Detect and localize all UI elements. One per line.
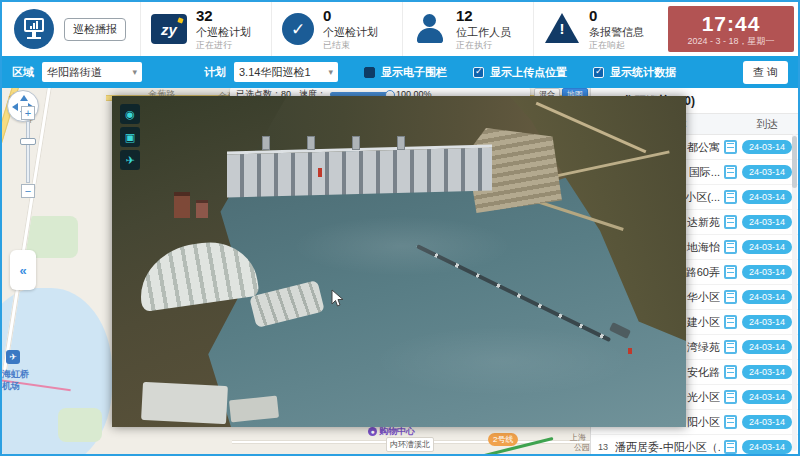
panel-collapse-tab[interactable]: « xyxy=(10,250,36,290)
checkbox-statistics-label: 显示统计数据 xyxy=(610,65,676,80)
arrive-date-badge: 24-03-14 xyxy=(742,165,792,179)
detail-doc-icon[interactable] xyxy=(724,140,737,154)
region-select[interactable]: 华阳路街道 ▾ xyxy=(42,62,142,82)
arrive-date-badge: 24-03-14 xyxy=(742,215,792,229)
pagoda xyxy=(174,192,190,218)
detail-doc-icon[interactable] xyxy=(724,290,737,304)
stat-value: 0 xyxy=(323,7,378,26)
camera-icon[interactable]: ◉ xyxy=(120,104,140,124)
clock-time: 17:44 xyxy=(702,12,761,36)
water-highlight xyxy=(372,326,632,396)
water-highlight xyxy=(292,216,512,276)
stat-status: 正在执行 xyxy=(456,40,511,51)
stat-label: 位工作人员 xyxy=(456,26,511,40)
monitor-icon xyxy=(24,18,44,32)
region-select-value: 华阳路街道 xyxy=(47,65,102,80)
pagoda xyxy=(196,200,208,218)
search-button[interactable]: 查 询 xyxy=(743,61,788,84)
frame-capture-icon[interactable]: ▣ xyxy=(120,127,140,147)
plan-select[interactable]: 3.14华阳巡检1 ▾ xyxy=(234,62,338,82)
detail-doc-icon[interactable] xyxy=(724,415,737,429)
arrive-date-badge: 24-03-14 xyxy=(742,440,792,454)
dam-tower xyxy=(397,136,405,150)
arrive-date-badge: 24-03-14 xyxy=(742,315,792,329)
checkbox-fence[interactable] xyxy=(364,67,375,78)
top-header: 巡检播报 zy 32 个巡检计划 正在进行 ✓ 0 个巡检计划 已结束 12 位… xyxy=(2,2,798,56)
pan-left-icon[interactable] xyxy=(12,103,18,111)
chevron-down-icon: ▾ xyxy=(132,67,137,77)
zoom-slider-track[interactable] xyxy=(26,121,30,183)
warning-triangle-icon xyxy=(544,13,580,45)
stat-plans-running: zy 32 个巡检计划 正在进行 xyxy=(140,2,271,56)
arrive-date-badge: 24-03-14 xyxy=(742,390,792,404)
plan-label: 计划 xyxy=(204,65,226,80)
panel-scrollbar[interactable] xyxy=(792,134,797,451)
building xyxy=(249,280,325,328)
chevron-down-icon: ▾ xyxy=(328,67,333,77)
detail-doc-icon[interactable] xyxy=(724,390,737,404)
zoom-slider-handle[interactable] xyxy=(20,138,36,145)
region-label: 区域 xyxy=(12,65,34,80)
3d-dam-viewer[interactable]: ◉ ▣ ✈ xyxy=(112,96,686,427)
site-name: 潘西居委-中阳小区（... xyxy=(615,440,720,455)
detail-doc-icon[interactable] xyxy=(724,165,737,179)
stat-status: 正在进行 xyxy=(196,40,251,51)
dam-spillway xyxy=(227,145,492,198)
clock-date: 2024 - 3 - 18，星期一 xyxy=(687,36,774,46)
main-area: 金葡路 金葡路 博安公路 ● 购物中心 内环漕溪北 2号线 上海 公园 ✈ 海虹… xyxy=(2,88,798,454)
stat-plans-finished: ✓ 0 个巡检计划 已结束 xyxy=(271,2,402,56)
detail-doc-icon[interactable] xyxy=(724,365,737,379)
zoom-out-button[interactable]: − xyxy=(21,184,35,198)
poi-label: 公园 xyxy=(574,442,590,453)
dam-tower xyxy=(307,136,315,150)
detail-doc-icon[interactable] xyxy=(724,440,737,454)
stat-workers: 12 位工作人员 正在执行 xyxy=(402,2,533,56)
zoom-in-button[interactable]: + xyxy=(21,106,35,120)
stat-status: 正在响起 xyxy=(589,40,644,51)
building-roof xyxy=(229,396,279,423)
column-arrive: 到达 xyxy=(736,117,798,132)
detail-doc-icon[interactable] xyxy=(724,215,737,229)
detail-doc-icon[interactable] xyxy=(724,315,737,329)
map-park-patch xyxy=(58,408,102,442)
checkbox-fence-label: 显示电子围栏 xyxy=(381,65,447,80)
arrive-date-badge: 24-03-14 xyxy=(742,340,792,354)
airport-icon: ✈ xyxy=(6,350,20,364)
detail-doc-icon[interactable] xyxy=(724,340,737,354)
arrive-date-badge: 24-03-14 xyxy=(742,290,792,304)
arrive-date-badge: 24-03-14 xyxy=(742,240,792,254)
stat-value: 0 xyxy=(589,7,644,26)
brand-block: 巡检播报 xyxy=(2,9,140,49)
app-logo-icon xyxy=(14,9,54,49)
arrive-date-badge: 24-03-14 xyxy=(742,265,792,279)
detail-doc-icon[interactable] xyxy=(724,265,737,279)
stat-label: 条报警信息 xyxy=(589,26,644,40)
arrive-date-badge: 24-03-14 xyxy=(742,140,792,154)
dam-tower xyxy=(352,136,360,150)
road-label-box: 内环漕溪北 xyxy=(386,437,434,452)
checkbox-statistics[interactable] xyxy=(593,67,604,78)
viewer-toolbar: ◉ ▣ ✈ xyxy=(120,104,140,170)
pan-up-icon[interactable] xyxy=(20,95,28,101)
stat-alarms: 0 条报警信息 正在响起 xyxy=(533,2,664,56)
stat-status: 已结束 xyxy=(323,40,378,51)
stat-label: 个巡检计划 xyxy=(323,26,378,40)
person-icon xyxy=(413,13,447,45)
metro-station-icon: ● xyxy=(368,427,377,436)
table-row[interactable]: 13潘西居委-中阳小区（...24-03-14 xyxy=(591,435,798,456)
detail-doc-icon[interactable] xyxy=(724,240,737,254)
detail-doc-icon[interactable] xyxy=(724,190,737,204)
metro-line2-badge: 2号线 xyxy=(488,433,518,446)
scrollbar-thumb[interactable] xyxy=(792,136,797,188)
broadcast-button[interactable]: 巡检播报 xyxy=(64,18,126,41)
checkbox-upload-points[interactable] xyxy=(473,67,484,78)
flyover-icon[interactable]: ✈ xyxy=(120,150,140,170)
stat-label: 个巡检计划 xyxy=(196,26,251,40)
building-roof xyxy=(141,382,228,424)
crane xyxy=(318,168,322,177)
zy-logo-icon: zy xyxy=(151,14,187,44)
clock-panel: 17:44 2024 - 3 - 18，星期一 xyxy=(668,6,794,52)
dam-tower xyxy=(262,136,270,150)
mouse-cursor xyxy=(331,289,344,312)
stat-value: 32 xyxy=(196,7,251,26)
